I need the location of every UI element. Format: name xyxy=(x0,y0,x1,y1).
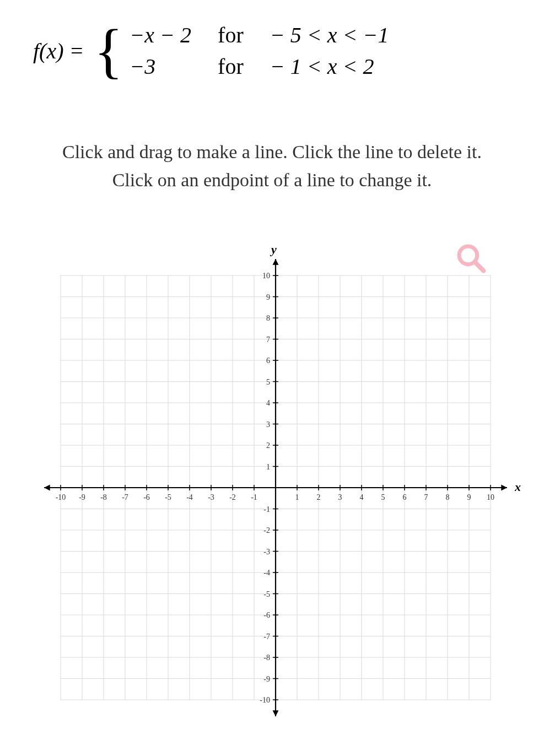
svg-text:5: 5 xyxy=(381,493,385,501)
svg-text:1: 1 xyxy=(266,463,270,471)
instructions-line: Click on an endpoint of a line to change… xyxy=(33,166,511,194)
svg-text:7: 7 xyxy=(266,336,270,344)
svg-text:4: 4 xyxy=(360,493,364,501)
instructions: Click and drag to make a line. Click the… xyxy=(33,138,511,194)
svg-text:-8: -8 xyxy=(263,654,270,662)
svg-text:-1: -1 xyxy=(263,505,270,514)
svg-text:8: 8 xyxy=(266,314,270,322)
case-for: for xyxy=(218,53,244,79)
case-domain: − 5 < x < −1 xyxy=(270,22,389,48)
svg-text:-7: -7 xyxy=(263,633,270,641)
case-expr: −3 xyxy=(130,53,191,79)
svg-text:-4: -4 xyxy=(186,493,193,501)
svg-text:2: 2 xyxy=(317,493,321,501)
instructions-line: Click and drag to make a line. Click the… xyxy=(33,138,511,166)
svg-marker-49 xyxy=(273,710,279,716)
piecewise-equation: f(x) = { −x − 2 for − 5 < x < −1 −3 for … xyxy=(33,22,511,79)
equation-lhs: f(x) = xyxy=(33,38,84,64)
svg-text:10: 10 xyxy=(487,493,494,501)
svg-text:6: 6 xyxy=(403,493,407,501)
svg-text:3: 3 xyxy=(266,420,270,429)
case-expr: −x − 2 xyxy=(130,22,191,48)
svg-text:-7: -7 xyxy=(122,493,128,501)
left-brace-icon: { xyxy=(94,36,123,66)
svg-text:-6: -6 xyxy=(263,611,270,619)
svg-text:-4: -4 xyxy=(263,569,270,577)
svg-text:-3: -3 xyxy=(263,548,270,556)
svg-text:-9: -9 xyxy=(263,675,270,683)
case-for: for xyxy=(218,22,244,48)
case-domain: − 1 < x < 2 xyxy=(270,53,389,79)
svg-text:6: 6 xyxy=(266,357,270,365)
svg-text:4: 4 xyxy=(266,399,270,407)
svg-marker-48 xyxy=(273,259,279,265)
svg-text:5: 5 xyxy=(266,378,270,386)
svg-text:y: y xyxy=(270,242,277,256)
svg-text:-2: -2 xyxy=(229,493,236,501)
svg-text:7: 7 xyxy=(424,493,428,501)
svg-marker-47 xyxy=(44,485,50,491)
svg-text:-1: -1 xyxy=(251,493,257,501)
svg-text:-10: -10 xyxy=(260,696,270,704)
svg-text:-5: -5 xyxy=(263,590,270,598)
equation-cases: −x − 2 for − 5 < x < −1 −3 for − 1 < x <… xyxy=(130,22,389,79)
svg-text:9: 9 xyxy=(266,293,270,301)
svg-text:9: 9 xyxy=(467,493,471,501)
svg-marker-46 xyxy=(501,485,507,491)
svg-text:-2: -2 xyxy=(263,526,270,534)
svg-text:-3: -3 xyxy=(208,493,214,501)
svg-text:x: x xyxy=(514,480,521,494)
svg-text:2: 2 xyxy=(266,441,270,450)
svg-text:-5: -5 xyxy=(165,493,171,501)
svg-text:-10: -10 xyxy=(56,493,66,501)
svg-text:-8: -8 xyxy=(100,493,107,501)
svg-text:-6: -6 xyxy=(143,493,150,501)
coordinate-grid[interactable]: -10-9-8-7-6-5-4-3-2-112345678910-10-9-8-… xyxy=(28,242,524,744)
svg-text:-9: -9 xyxy=(79,493,85,501)
svg-text:1: 1 xyxy=(295,493,299,501)
svg-text:3: 3 xyxy=(338,493,342,501)
svg-text:8: 8 xyxy=(446,493,450,501)
svg-text:10: 10 xyxy=(262,272,270,280)
